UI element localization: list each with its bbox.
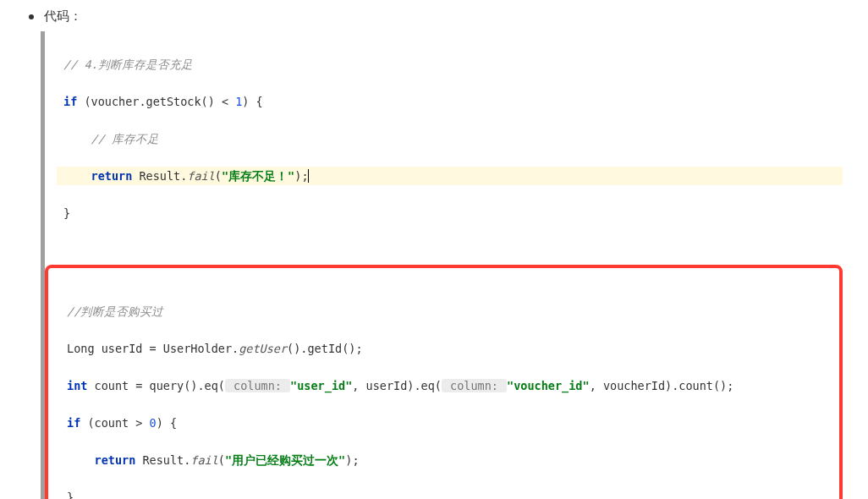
heading-text: 代码： [44, 8, 82, 25]
kw: return [95, 453, 136, 467]
cursor-icon [308, 169, 309, 183]
string: "库存不足！" [222, 169, 294, 183]
code: } [63, 206, 70, 220]
code: ) { [157, 416, 177, 430]
bullet-dot-icon [29, 14, 34, 19]
code: (count > [80, 416, 149, 430]
method: fail [187, 169, 215, 183]
code: ( [218, 453, 225, 467]
method: getUser [239, 342, 287, 355]
comment-line: // 库存不足 [91, 132, 159, 145]
code: count = query().eq( [87, 379, 225, 392]
code: ); [294, 169, 308, 183]
code: Result. [135, 453, 190, 467]
kw: if [67, 416, 80, 430]
kw: return [91, 169, 133, 183]
code: Result. [132, 169, 187, 183]
code: ( [215, 169, 222, 183]
code: } [67, 491, 74, 499]
method: fail [190, 453, 218, 467]
string: "voucher_id" [507, 379, 590, 392]
highlight-red-box: //判断是否购买过 Long userId = UserHolder.getUs… [45, 265, 843, 499]
num: 0 [150, 416, 157, 430]
code: ); [345, 453, 359, 467]
code-block: // 4.判断库存是否充足 if (voucher.getStock() < 1… [41, 31, 843, 499]
comment-line: // 4.判断库存是否充足 [63, 58, 193, 71]
code: ().getId(); [287, 342, 362, 355]
comment-line: //判断是否购买过 [67, 304, 163, 318]
string: "user_id" [290, 379, 352, 392]
string: "用户已经购买过一次" [225, 453, 345, 467]
code: (voucher.getStock() < [77, 95, 235, 108]
param-hint: column: [442, 379, 507, 392]
kw: if [63, 95, 77, 108]
code: ) { [242, 95, 262, 108]
code: , voucherId).count(); [590, 379, 734, 392]
bullet-code-heading: 代码： [29, 8, 843, 25]
code: , userId).eq( [352, 379, 442, 392]
param-hint: column: [225, 379, 290, 392]
code: Long userId = UserHolder. [67, 342, 239, 355]
kw: int [67, 379, 87, 392]
